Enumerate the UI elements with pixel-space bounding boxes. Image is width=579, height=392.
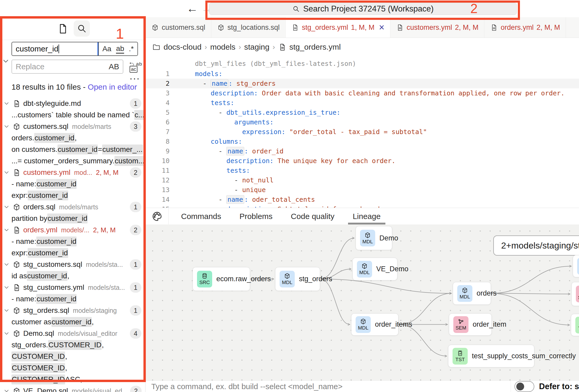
results-count-text: 18 results in 10 files -	[11, 83, 88, 91]
code-text: - name: oder_total_cents	[195, 196, 315, 203]
file-explorer-icon[interactable]	[57, 23, 68, 34]
lineage-node-ecom.raw_orders[interactable]: SRCecom.raw_orders	[193, 267, 250, 291]
whole-word-toggle[interactable]: ab	[116, 44, 124, 54]
lineage-node-mdl-partial[interactable]: MDL	[573, 255, 579, 277]
lineage-canvas[interactable]: 2+models/staging/stg_or SRCecom.raw_orde…	[146, 224, 579, 381]
search-file-row[interactable]: Demo.sqlmodels/visual_editor4	[0, 328, 146, 339]
code-line[interactable]: 8 columns:	[146, 137, 579, 146]
regex-toggle[interactable]: .*	[129, 45, 134, 53]
search-input[interactable]: customer_id Aa ab .*	[11, 42, 138, 56]
lineage-node-sem-partial[interactable]: SEM	[571, 282, 579, 306]
semantic-icon	[458, 318, 464, 325]
code-line[interactable]: 4 tests:	[146, 98, 579, 108]
lineage-node-Demo[interactable]: MDLDemo	[356, 226, 392, 250]
lineage-node-order_items[interactable]: MDLorder_items	[351, 313, 398, 336]
code-line[interactable]: 6 arguments:	[146, 117, 579, 127]
lineage-node-order_item[interactable]: SEMorder_item	[449, 313, 492, 336]
breadcrumb-item[interactable]: docs-cloud	[164, 43, 201, 51]
code-line[interactable]: 2 - name: stg_orders	[146, 79, 579, 88]
match-highlight: CUSTOMER_ID	[11, 374, 65, 384]
editor-tab-orders.yml[interactable]: orders.yml2, M, M	[484, 17, 566, 38]
more-actions-button[interactable]: ...	[130, 71, 140, 82]
search-match-row[interactable]: CUSTOMER_ID,	[0, 362, 146, 374]
breadcrumb-item[interactable]: staging	[244, 43, 269, 51]
code-line[interactable]: 15 description: Subtotal paid for each o…	[146, 204, 579, 208]
command-input[interactable]: Type a command, ex. dbt build --select <…	[146, 382, 343, 391]
code-line[interactable]: 13 - unique	[146, 185, 579, 195]
back-arrow-button[interactable]: ←	[187, 1, 198, 16]
match-case-toggle[interactable]: Aa	[102, 45, 111, 53]
breadcrumb-item[interactable]: models	[210, 43, 235, 51]
defer-toggle[interactable]	[514, 381, 534, 392]
node-type-badge: SRC	[197, 271, 212, 287]
code-line[interactable]: 12 - not_null	[146, 175, 579, 185]
search-file-row[interactable]: stg_orders.sqlmodels/staging1	[0, 305, 146, 316]
search-file-row[interactable]: stg_customers.ymlmodels/sta...1	[0, 282, 146, 293]
search-match-row[interactable]: on customers.customer_id = customer_...	[0, 144, 146, 155]
search-file-row[interactable]: customers.ymlmod...2, M, M2	[0, 167, 146, 178]
search-match-row[interactable]: id as customer_id,	[0, 270, 146, 282]
theme-palette-button[interactable]	[146, 208, 169, 224]
search-match-row[interactable]: partition by customer_id	[0, 213, 146, 224]
panel-tab-problems[interactable]: Problems	[238, 208, 274, 224]
breadcrumb-file[interactable]: stg_orders.yml	[290, 43, 341, 51]
search-match-row[interactable]: stg_orders.CUSTOMER_ID,	[0, 339, 146, 351]
lineage-selector-label[interactable]: 2+models/staging/stg_or	[493, 235, 579, 256]
code-line[interactable]: 3 description: Order data with basic cle…	[146, 88, 579, 98]
search-match-row[interactable]: CUSTOMER_ID ASC,	[0, 374, 146, 385]
editor-tab-customers.yml[interactable]: customers.yml2, M, M	[390, 17, 484, 38]
breadcrumb-separator: ›	[273, 43, 275, 51]
editor-tab-customers.sql[interactable]: customers.sql	[146, 17, 211, 38]
replace-input[interactable]: Replace AB	[11, 60, 123, 74]
code-line[interactable]: 1models:	[146, 69, 579, 79]
chevron-down-icon	[3, 227, 10, 233]
search-file-row[interactable]: orders.ymlmodels/...2, M, M2	[0, 224, 146, 236]
panel-tab-code-quality[interactable]: Code quality	[289, 208, 336, 224]
lineage-node-orders[interactable]: MDLorders	[453, 282, 491, 305]
editor-tab-stg_orders.yml[interactable]: stg_orders.yml1, M, M×	[286, 17, 390, 38]
match-highlight: c...	[134, 110, 144, 120]
search-match-row[interactable]: CUSTOMER_ID,	[0, 351, 146, 362]
lineage-node-tst-partial[interactable]: TST	[571, 314, 579, 336]
search-file-row[interactable]: VE_Demo.sqlmodels/visual_ed...2	[0, 385, 146, 392]
search-file-row[interactable]: orders.sqlmodels/marts1	[0, 201, 146, 213]
panel-tab-commands[interactable]: Commands	[180, 208, 223, 224]
lineage-node-VE_Demo[interactable]: MDLVE_Demo	[352, 258, 397, 280]
code-line[interactable]: 7 expression: "order_total - tax_paid = …	[146, 127, 579, 137]
match-highlight: CUSTOMER_ID	[11, 363, 65, 373]
search-file-row[interactable]: customers.sqlmodels/marts3	[0, 121, 146, 132]
editor-tab-stg_locations.sql[interactable]: stg_locations.sql	[211, 17, 286, 38]
search-match-row[interactable]: orders.customer_id,	[0, 132, 146, 144]
search-match-row[interactable]: ...= customer_orders_summary.custom...	[0, 155, 146, 167]
open-in-editor-link[interactable]: Open in editor	[88, 83, 137, 91]
close-icon[interactable]: ×	[379, 23, 384, 32]
code-line[interactable]: 5 - dbt_utils.expression_is_true:	[146, 108, 579, 117]
code-editor[interactable]: dbt_yml_files (dbt_yml_files-latest.json…	[146, 56, 579, 208]
lineage-node-stg_orders[interactable]: MDLstg_orders	[275, 267, 320, 291]
search-match-row[interactable]: expr: customer_id	[0, 190, 146, 201]
lineage-node-test_supply_costs_sum_correctly[interactable]: TSTtest_supply_costs_sum_correctly	[448, 345, 534, 367]
search-match-row[interactable]: - name: customer_id	[0, 293, 146, 305]
search-match-row[interactable]: ...customers` table should be named `c..…	[0, 109, 146, 121]
project-search-bar[interactable]: Search Project 372475 (Workspace)	[209, 3, 517, 15]
node-type-badge: MDL	[280, 271, 295, 287]
code-line[interactable]: 11 tests:	[146, 166, 579, 175]
code-line[interactable]: 9 - name: order_id	[146, 146, 579, 156]
match-count-badge: 1	[130, 282, 141, 293]
code-line[interactable]: 14 - name: oder_total_cents	[146, 195, 579, 204]
search-match-row[interactable]: - name: customer_id	[0, 178, 146, 190]
preserve-case-toggle[interactable]: AB	[109, 62, 123, 71]
search-match-row[interactable]: customer as customer_id,	[0, 316, 146, 328]
search-view-button[interactable]	[74, 20, 90, 37]
file-path: models/sta...	[88, 284, 125, 291]
code-line[interactable]: 10 description: The unique key for each …	[146, 156, 579, 166]
panel-tab-lineage[interactable]: Lineage	[351, 208, 382, 224]
code-token: dbt_utils.expression_is_true:	[226, 109, 340, 116]
search-file-row[interactable]: stg_customers.sqlmodels/sta...1	[0, 259, 146, 270]
chevron-down-icon[interactable]	[2, 57, 10, 65]
search-match-row[interactable]: - name: customer_id	[0, 236, 146, 247]
code-token: -	[195, 196, 226, 203]
search-match-row[interactable]: expr: customer_id	[0, 247, 146, 259]
search-file-row[interactable]: dbt-styleguide.md1	[0, 98, 146, 109]
file-icon	[13, 284, 21, 292]
